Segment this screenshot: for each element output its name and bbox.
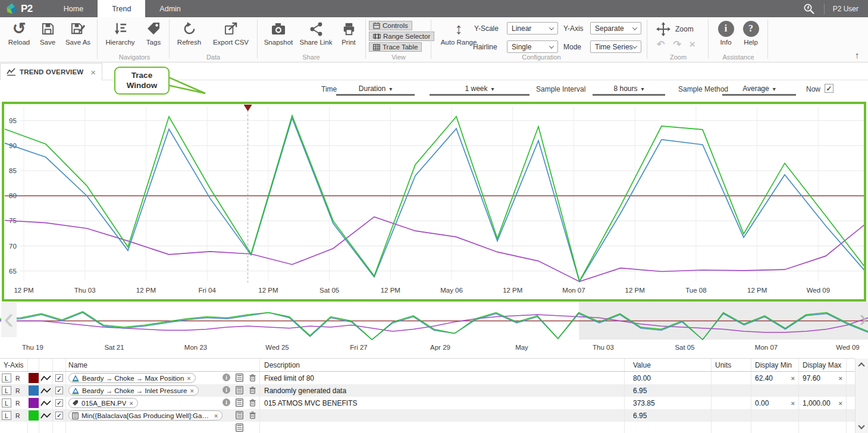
trace-calculation-button[interactable] xyxy=(235,372,244,382)
line-style-button[interactable] xyxy=(39,372,53,384)
display-max-field[interactable] xyxy=(799,384,847,397)
range-selector-toggle-button[interactable]: Range Selector xyxy=(369,32,434,41)
range-scroll-right-icon[interactable] xyxy=(858,305,868,335)
add-calculation-button[interactable] xyxy=(235,422,244,432)
scroll-down-icon[interactable] xyxy=(858,422,864,429)
user-menu[interactable]: P2 User xyxy=(833,5,858,13)
help-button[interactable]: ? Help xyxy=(739,20,762,46)
trace-delete-button[interactable] xyxy=(248,372,257,382)
trace-visibility-checkbox[interactable] xyxy=(55,374,63,382)
remove-trace-icon[interactable] xyxy=(214,412,218,419)
info-button[interactable]: i Info xyxy=(715,20,737,46)
collapse-ribbon-icon[interactable] xyxy=(855,50,860,60)
display-max-field[interactable]: 1,000.00 xyxy=(799,397,847,409)
clear-max-icon[interactable] xyxy=(839,375,842,382)
display-min-field[interactable] xyxy=(751,384,799,397)
share-link-button[interactable]: Share Link xyxy=(297,20,334,46)
trend-chart[interactable]: 12 PMThu 0312 PMFri 0412 PMSat 0512 PMMa… xyxy=(4,104,864,299)
duration-value-dropdown[interactable]: 1 week xyxy=(430,83,529,96)
axis-right-button[interactable]: R xyxy=(15,400,20,407)
export-csv-button[interactable]: Export CSV xyxy=(208,20,253,46)
display-min-field[interactable]: 0.00 xyxy=(751,397,799,409)
y-axis-select[interactable]: Separate xyxy=(590,22,641,34)
scroll-up-icon[interactable] xyxy=(858,362,864,369)
hairline-select[interactable]: Single xyxy=(507,40,558,53)
line-style-button[interactable] xyxy=(39,409,53,422)
trace-delete-button[interactable] xyxy=(248,410,257,420)
mode-select[interactable]: Time Series xyxy=(590,40,641,53)
trace-calculation-button[interactable] xyxy=(235,385,244,395)
refresh-button[interactable]: Refresh xyxy=(173,20,205,46)
nav-tab-trend[interactable]: Trend xyxy=(98,0,145,17)
trace-name-pill[interactable]: Min({Balaclava[Gas Producing Well]:Gas P… xyxy=(68,410,223,421)
zoom-redo-icon[interactable] xyxy=(673,39,681,51)
trace-table-toggle-button[interactable]: Trace Table xyxy=(369,42,422,52)
sample-interval-dropdown[interactable]: 8 hours xyxy=(593,83,665,96)
duration-dropdown[interactable]: Duration xyxy=(336,83,415,96)
sample-method-dropdown[interactable]: Average xyxy=(722,83,796,96)
hierarchy-button[interactable]: Hierarchy xyxy=(102,20,139,46)
display-max-field[interactable]: 97.60 xyxy=(799,372,847,384)
display-min-field[interactable]: 62.40 xyxy=(751,372,799,384)
line-style-button[interactable] xyxy=(39,397,53,409)
axis-right-button[interactable]: R xyxy=(15,387,20,394)
controls-toggle-button[interactable]: Controls xyxy=(369,21,412,30)
range-scroll-left-icon[interactable] xyxy=(1,303,17,337)
snapshot-button[interactable]: Snapshot xyxy=(261,20,296,46)
axis-left-button[interactable]: L xyxy=(2,411,11,420)
save-button[interactable]: Save xyxy=(36,20,59,46)
axis-right-button[interactable]: R xyxy=(15,375,20,382)
reload-button[interactable]: Reload xyxy=(5,20,33,46)
trace-color-swatch[interactable] xyxy=(29,410,39,421)
trace-calculation-button[interactable] xyxy=(235,410,244,420)
trace-delete-button[interactable] xyxy=(248,385,257,395)
svg-text:Apr 29: Apr 29 xyxy=(430,344,450,351)
auto-range-button[interactable]: Auto Range xyxy=(440,20,477,46)
axis-left-button[interactable]: L xyxy=(2,386,11,395)
trace-visibility-checkbox[interactable] xyxy=(55,399,63,407)
display-max-field[interactable] xyxy=(799,409,847,422)
axis-right-button[interactable]: R xyxy=(15,412,20,419)
y-scale-select[interactable]: Linear xyxy=(507,22,558,34)
zoom-undo-icon[interactable] xyxy=(657,39,665,51)
header-display-max: Display Max xyxy=(799,359,847,371)
trace-color-swatch[interactable] xyxy=(29,373,39,383)
range-selector[interactable]: Thu 19Sat 21Mon 23Wed 25Fri 27Apr 29MayT… xyxy=(0,302,868,356)
display-min-field[interactable] xyxy=(751,409,799,422)
print-button[interactable]: Print xyxy=(337,20,361,46)
trace-color-swatch[interactable] xyxy=(29,398,39,408)
trace-info-button[interactable] xyxy=(222,385,231,395)
remove-trace-icon[interactable] xyxy=(187,375,190,382)
remove-trace-icon[interactable] xyxy=(129,400,133,407)
remove-trace-icon[interactable] xyxy=(190,387,193,394)
trace-delete-button[interactable] xyxy=(248,397,257,407)
save-as-button[interactable]: Save As xyxy=(61,20,95,46)
now-checkbox[interactable] xyxy=(825,84,833,93)
clear-min-icon[interactable] xyxy=(791,375,795,382)
table-scrollbar[interactable] xyxy=(855,359,868,433)
axis-left-button[interactable]: L xyxy=(2,399,11,407)
nav-tab-home[interactable]: Home xyxy=(49,0,98,17)
trace-name-pill[interactable]: 015A_BEN.PV xyxy=(68,398,138,408)
clear-max-icon[interactable] xyxy=(839,400,842,407)
clear-min-icon[interactable] xyxy=(791,400,795,407)
trace-name-pill[interactable]: Beardy → Choke → Max Position xyxy=(68,373,196,383)
zoom-button[interactable]: Zoom xyxy=(656,22,694,36)
trace-info-button[interactable] xyxy=(222,397,231,407)
trace-info-button[interactable] xyxy=(222,372,231,382)
zoom-clear-icon[interactable] xyxy=(690,39,695,51)
caret-down-icon xyxy=(491,84,494,93)
y-axis-label: Y-Axis xyxy=(563,24,584,33)
trace-visibility-checkbox[interactable] xyxy=(55,387,63,394)
line-style-button[interactable] xyxy=(39,384,53,397)
nav-tab-admin[interactable]: Admin xyxy=(145,0,195,17)
trace-color-swatch[interactable] xyxy=(29,385,39,396)
document-tab-trend-overview[interactable]: TREND OVERVIEW xyxy=(0,63,102,80)
trace-name-pill[interactable]: Beardy → Choke → Inlet Pressure xyxy=(68,385,199,396)
trace-calculation-button[interactable] xyxy=(235,397,244,407)
trace-visibility-checkbox[interactable] xyxy=(55,412,63,419)
axis-left-button[interactable]: L xyxy=(2,374,11,382)
tags-button[interactable]: Tags xyxy=(141,20,166,46)
search-icon[interactable] xyxy=(803,2,816,15)
close-tab-icon[interactable] xyxy=(90,67,96,77)
